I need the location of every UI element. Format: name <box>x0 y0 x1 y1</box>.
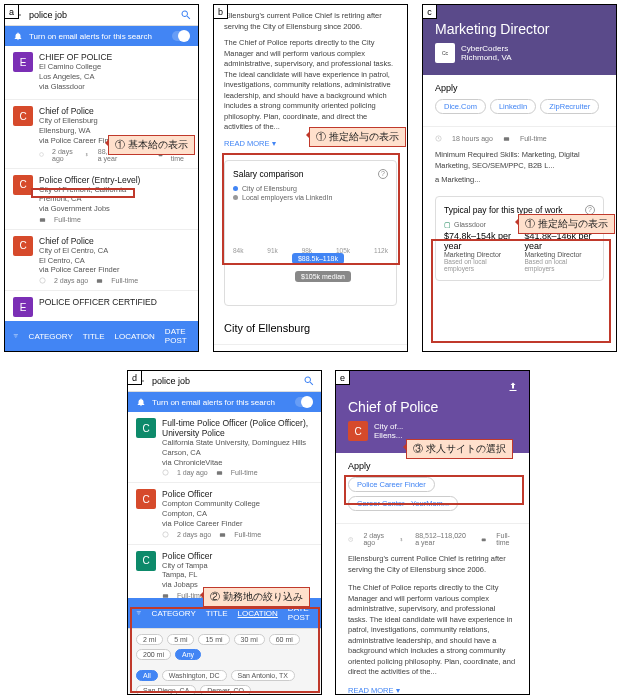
c-title: Marketing Director <box>435 21 604 37</box>
annot-c1: ① 推定給与の表示 <box>518 214 615 234</box>
job-title: Full-time Police Officer (Police Officer… <box>162 418 313 438</box>
c-desc: Minimum Required Skills: Marketing, Digi… <box>423 146 616 175</box>
job-avatar: C <box>136 418 156 438</box>
search-input[interactable] <box>29 10 174 20</box>
apply-chip[interactable]: LinkedIn <box>490 99 536 114</box>
redbox-a-salary <box>31 188 135 198</box>
bell-icon <box>136 397 146 407</box>
apply-label-e: Apply <box>348 461 517 471</box>
alert-text: Turn on email alerts for this search <box>29 32 152 41</box>
job-avatar: C <box>13 236 33 256</box>
job-title: Chief of Police <box>39 236 190 246</box>
search-icon <box>224 351 234 353</box>
clock-icon <box>435 135 442 142</box>
search-input-d[interactable] <box>152 376 297 386</box>
filter-bar: CATEGORY TITLE LOCATION DATE POST <box>5 321 198 351</box>
apply-label: Apply <box>435 83 604 93</box>
job-title: POLICE OFFICER CERTIFIED <box>39 297 190 307</box>
job-item[interactable]: E CHIEF OF POLICE El Camino College Los … <box>5 46 198 100</box>
alert-bar-d: Turn on email alerts for this search <box>128 392 321 412</box>
job-title: Police Officer <box>162 551 313 561</box>
filter-category[interactable]: CATEGORY <box>29 332 73 341</box>
c-ft: Full-time <box>520 135 547 142</box>
c-time: 18 hours ago <box>452 135 493 142</box>
c-company: CyberCoders <box>461 44 512 53</box>
job-title: Chief of Police <box>39 106 190 116</box>
b-desc2: The Chief of Police reports directly to … <box>214 38 407 139</box>
panel-label-d: d <box>128 371 142 385</box>
svg-rect-10 <box>217 472 222 476</box>
alert-bar: Turn on email alerts for this search <box>5 26 198 46</box>
filter-location[interactable]: LOCATION <box>115 332 155 341</box>
e-readmore[interactable]: READ MORE ▾ <box>336 682 529 696</box>
redbox-c <box>431 239 611 343</box>
svg-rect-8 <box>504 137 509 141</box>
svg-rect-16 <box>482 538 486 541</box>
job-avatar: E <box>13 297 33 317</box>
search-bar-d <box>128 371 321 392</box>
job-title: Police Officer <box>162 489 313 499</box>
c-location: Richmond, VA <box>461 53 512 62</box>
bell-icon <box>13 31 23 41</box>
more-jobs-link[interactable]: More jobs at City of Ellensburg <box>214 344 407 353</box>
svg-rect-12 <box>220 533 225 537</box>
e-avatar: C <box>348 421 368 441</box>
redbox-d <box>130 607 320 693</box>
job-avatar: C <box>13 175 33 195</box>
hero-c: Marketing Director Cc CyberCoders Richmo… <box>423 5 616 75</box>
job-item[interactable]: C Police Officer (Entry-Level) City of F… <box>5 169 198 230</box>
annot-d1: ② 勤務地の絞り込み <box>203 587 310 607</box>
svg-point-9 <box>163 470 168 475</box>
panel-label-a: a <box>5 5 19 19</box>
svg-point-11 <box>163 531 168 536</box>
redbox-e <box>344 475 524 505</box>
city-heading: City of Ellensburg <box>214 312 407 344</box>
share-icon[interactable] <box>507 381 519 393</box>
filter-icon[interactable] <box>13 331 19 341</box>
info-icon[interactable]: ? <box>585 205 595 215</box>
job-title: CHIEF OF POLICE <box>39 52 190 62</box>
panel-label-c: c <box>423 5 437 19</box>
apply-chip[interactable]: ZipRecruiter <box>540 99 599 114</box>
alert-toggle[interactable] <box>172 31 190 41</box>
money-icon: $ <box>400 536 405 543</box>
svg-text:$: $ <box>400 537 402 541</box>
annot-b1: ① 推定給与の表示 <box>309 127 406 147</box>
filter-title[interactable]: TITLE <box>83 332 105 341</box>
panel-label-b: b <box>214 5 228 19</box>
svg-text:$: $ <box>86 153 88 157</box>
search-icon[interactable] <box>303 375 315 387</box>
job-item[interactable]: C Full-time Police Officer (Police Offic… <box>128 412 321 483</box>
search-icon[interactable] <box>180 9 192 21</box>
redbox-b-salary <box>222 153 400 265</box>
annot-e1: ③ 求人サイトの選択 <box>406 439 513 459</box>
annot-a1: ① 基本給の表示 <box>108 135 195 155</box>
typ-title: Typical pay for this type of work <box>444 205 563 215</box>
search-bar <box>5 5 198 26</box>
job-item[interactable]: E POLICE OFFICER CERTIFIED <box>5 291 198 324</box>
job-item[interactable]: C Chief of Police City of El Centro, CA … <box>5 230 198 291</box>
briefcase-icon <box>481 536 486 543</box>
filter-datepost[interactable]: DATE POST <box>165 327 190 345</box>
svg-rect-5 <box>97 279 102 283</box>
job-avatar: E <box>13 52 33 72</box>
svg-point-0 <box>40 153 44 157</box>
salary-median: $105k median <box>295 271 351 282</box>
e-title: Chief of Police <box>348 399 517 415</box>
svg-point-4 <box>40 278 45 283</box>
job-item[interactable]: C Police Officer Compton Community Colle… <box>128 483 321 544</box>
briefcase-icon <box>503 135 510 142</box>
b-desc1: Ellensburg's current Police Chief is ret… <box>214 5 407 38</box>
alert-toggle-d[interactable] <box>295 397 313 407</box>
clock-icon <box>348 536 353 543</box>
svg-rect-3 <box>40 218 45 222</box>
job-avatar: C <box>13 106 33 126</box>
job-avatar: C <box>136 551 156 571</box>
company-logo: Cc <box>435 43 455 63</box>
panel-label-e: e <box>336 371 350 385</box>
c-desc2: a Marketing... <box>423 175 616 190</box>
job-title: Police Officer (Entry-Level) <box>39 175 190 185</box>
apply-chip[interactable]: Dice.Com <box>435 99 486 114</box>
job-avatar: C <box>136 489 156 509</box>
